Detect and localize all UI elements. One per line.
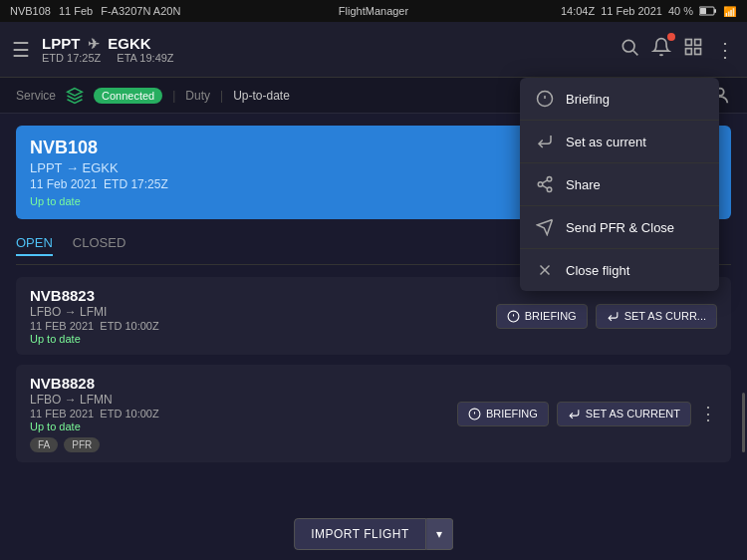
status-date: 11 Feb — [59, 5, 93, 17]
set-current-icon — [607, 310, 620, 323]
svg-line-27 — [542, 180, 547, 183]
service-icon — [66, 87, 84, 105]
header-arrival: EGKK — [108, 35, 150, 52]
svg-rect-8 — [686, 49, 692, 55]
dropdown-item-send-pfr[interactable]: Send PFR & Close — [520, 206, 719, 249]
import-flight-button[interactable]: IMPORT FLIGHT — [294, 518, 426, 550]
flight1-briefing-button[interactable]: BRIEFING — [496, 304, 588, 329]
dropdown-item-share[interactable]: Share — [520, 163, 719, 206]
scroll-indicator — [742, 393, 745, 452]
flight-date-2: 11 FEB 2021 ETD 10:00Z — [30, 408, 159, 420]
dropdown-menu: Briefing Set as current Share Send PFR &… — [520, 78, 719, 291]
connected-badge: Connected — [94, 88, 162, 104]
status-aircraft: F-A3207N A20N — [101, 5, 180, 17]
chevron-down-icon: ▾ — [436, 527, 442, 541]
header-departure: LPPT — [42, 35, 80, 52]
status-flight-number: NVB108 — [10, 5, 51, 17]
notification-icon[interactable] — [651, 37, 671, 62]
service-label: Service — [16, 89, 56, 103]
tab-open[interactable]: OPEN — [16, 235, 53, 256]
badge-pfr: PFR — [64, 437, 100, 452]
flight-status-2: Up to date — [30, 420, 159, 432]
battery-icon — [699, 6, 717, 16]
notification-badge — [667, 33, 675, 41]
menu-icon[interactable]: ☰ — [12, 38, 30, 62]
svg-rect-7 — [695, 40, 701, 46]
svg-rect-9 — [695, 49, 701, 55]
svg-point-23 — [547, 177, 552, 182]
flight2-briefing-label: BRIEFING — [486, 408, 538, 420]
svg-text:📶: 📶 — [723, 5, 737, 17]
dropdown-closeflight-icon — [536, 261, 554, 279]
dropdown-item-close-flight[interactable]: Close flight — [520, 249, 719, 291]
flight2-set-current-button[interactable]: SET AS CURRENT — [557, 402, 691, 426]
dropdown-sendpfr-icon — [536, 218, 554, 236]
plane-icon: ✈ — [88, 36, 100, 52]
dropdown-sendpfr-label: Send PFR & Close — [566, 220, 674, 235]
flight-date-1: 11 FEB 2021 ETD 10:00Z — [30, 320, 159, 332]
svg-line-26 — [542, 185, 547, 188]
header: ☰ LPPT ✈ EGKK ETD 17:25Z ETA 19:49Z ⋮ — [0, 22, 747, 78]
header-eta: ETA 19:49Z — [117, 52, 173, 64]
badge-fa: FA — [30, 437, 58, 452]
status-date-right: 11 Feb 2021 — [601, 5, 662, 17]
active-flight-number: NVB108 — [30, 138, 168, 158]
flight2-briefing-button[interactable]: BRIEFING — [457, 402, 549, 426]
flight-list-item: NVB8828 LFBO → LFMN 11 FEB 2021 ETD 10:0… — [16, 365, 731, 462]
dropdown-share-label: Share — [566, 177, 601, 192]
flight2-set-current-label: SET AS CURRENT — [586, 408, 680, 420]
uptodate-label: Up-to-date — [233, 89, 290, 103]
status-time: 14:04Z — [561, 5, 595, 17]
svg-point-4 — [622, 40, 634, 52]
import-flight-chevron-button[interactable]: ▾ — [426, 518, 453, 550]
flight2-badges: FA PFR — [30, 437, 159, 452]
flight1-briefing-label: BRIEFING — [525, 310, 577, 322]
svg-rect-1 — [714, 9, 716, 13]
dropdown-item-briefing[interactable]: Briefing — [520, 78, 719, 121]
svg-rect-2 — [700, 8, 706, 14]
status-app-name: FlightManager — [339, 5, 408, 17]
set-current-icon2 — [568, 408, 581, 420]
import-flight-area: IMPORT FLIGHT ▾ — [294, 518, 453, 550]
flight-list: NVB8823 LFBO → LFMI 11 FEB 2021 ETD 10:0… — [16, 277, 731, 472]
briefing-icon-sm — [507, 310, 520, 323]
duty-label: Duty — [185, 89, 210, 103]
flight-number-2: NVB8828 — [30, 375, 159, 392]
dropdown-item-set-current[interactable]: Set as current — [520, 121, 719, 163]
grid-icon[interactable] — [683, 37, 703, 62]
flight-route-2: LFBO → LFMN — [30, 393, 159, 407]
svg-line-5 — [633, 51, 638, 56]
briefing-icon-sm2 — [468, 408, 481, 420]
svg-rect-6 — [686, 40, 692, 46]
svg-point-24 — [538, 182, 543, 187]
dropdown-share-icon — [536, 175, 554, 193]
active-flight-date: 11 Feb 2021 ETD 17:25Z — [30, 177, 168, 191]
flight-number-1: NVB8823 — [30, 287, 159, 304]
active-flight-status: Up to date — [30, 195, 168, 207]
tab-closed[interactable]: CLOSED — [73, 235, 125, 256]
dropdown-setcurrent-label: Set as current — [566, 135, 646, 149]
dropdown-briefing-label: Briefing — [566, 92, 610, 107]
flight-status-1: Up to date — [30, 333, 159, 345]
flight2-more-button[interactable]: ⋮ — [699, 403, 717, 424]
dropdown-briefing-icon — [536, 90, 554, 108]
dropdown-closeflight-label: Close flight — [566, 263, 629, 278]
active-flight-route: LPPT → EGKK — [30, 160, 168, 175]
search-icon[interactable] — [620, 37, 639, 62]
flight1-set-current-label: SET AS CURR... — [624, 310, 706, 322]
more-icon[interactable]: ⋮ — [715, 38, 735, 62]
svg-point-25 — [547, 187, 552, 192]
wifi-icon: 📶 — [723, 5, 737, 17]
header-etd: ETD 17:25Z — [42, 52, 101, 64]
dropdown-setcurrent-icon — [536, 133, 554, 150]
status-battery: 40 % — [668, 5, 693, 17]
flight-route-1: LFBO → LFMI — [30, 305, 159, 319]
status-bar: NVB108 11 Feb F-A3207N A20N FlightManage… — [0, 0, 747, 22]
flight1-set-current-button[interactable]: SET AS CURR... — [596, 304, 717, 329]
